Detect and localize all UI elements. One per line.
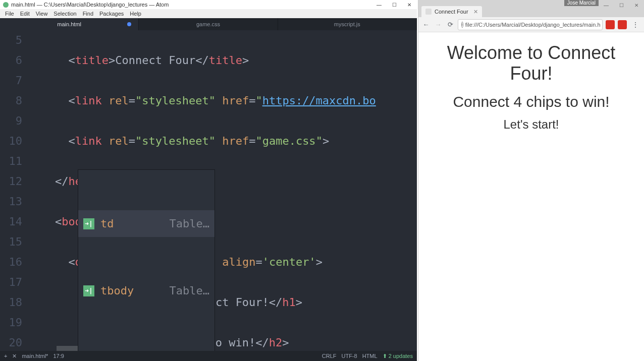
autocomplete-item-thead[interactable]: ➜| thead Table…: [78, 344, 214, 351]
chrome-menu-icon[interactable]: ⋮: [630, 21, 641, 29]
extension-icon[interactable]: [618, 20, 627, 29]
chrome-minimize-button[interactable]: —: [599, 0, 614, 10]
atom-tab-bar: main.html game.css myscript.js: [0, 18, 417, 30]
tab-label: main.html: [57, 21, 81, 27]
chrome-toolbar: ← → ⟳ i file:///C:/Users/Marcial/Desktop…: [418, 17, 644, 32]
line-number: 14: [0, 212, 22, 232]
href-link[interactable]: https://maxcdn.bo: [262, 94, 376, 107]
line-number: 13: [0, 192, 22, 212]
page-h2: Connect 4 chips to win!: [425, 93, 637, 110]
status-eol[interactable]: CRLF: [322, 353, 337, 359]
line-number: 20: [0, 333, 22, 351]
ac-name: td: [100, 214, 146, 234]
gutter: 5 6 7 8 9 10 11 12 13 14 15 16 17 18 19 …: [0, 30, 28, 351]
minimize-button[interactable]: —: [371, 0, 387, 9]
tab-label: myscript.js: [334, 21, 360, 27]
menu-packages[interactable]: Packages: [96, 11, 127, 17]
href-val: game.css: [262, 135, 316, 147]
forward-button[interactable]: →: [434, 20, 443, 29]
reload-button[interactable]: ⟳: [446, 20, 455, 29]
atom-logo-icon: [3, 2, 9, 8]
ac-hint: Table…: [170, 348, 209, 351]
atom-editor[interactable]: 5 6 7 8 9 10 11 12 13 14 15 16 17 18 19 …: [0, 30, 417, 351]
ac-hint: Table…: [170, 281, 209, 301]
line-number: 11: [0, 151, 22, 171]
maximize-button[interactable]: ☐: [387, 0, 402, 9]
atom-status-bar: + ✕ main.html* 17:9 CRLF UTF-8 HTML ⬆ 2 …: [0, 351, 417, 361]
chrome-close-button[interactable]: ✕: [629, 0, 644, 10]
modified-dot-icon: [127, 22, 131, 26]
menu-view[interactable]: View: [33, 11, 51, 17]
chrome-user-badge[interactable]: Jose Marcial: [564, 0, 599, 6]
updates-text: 2 updates: [389, 353, 413, 359]
page-h1: Welcome to Connect Four!: [425, 42, 637, 84]
chrome-tab-close-icon[interactable]: ✕: [473, 9, 478, 15]
line-number: 19: [0, 313, 22, 333]
snippet-icon: ➜|: [83, 285, 94, 296]
status-encoding[interactable]: UTF-8: [341, 353, 357, 359]
menu-selection[interactable]: Selection: [50, 11, 79, 17]
tab-label: game.css: [196, 21, 220, 27]
line-number: 18: [0, 292, 22, 313]
line-number: 16: [0, 252, 22, 272]
chrome-tab[interactable]: Connect Four ✕: [421, 6, 482, 17]
title-text: Connect Four: [115, 54, 195, 67]
atom-window: main.html — C:\Users\Marcial\Desktop\dja…: [0, 0, 417, 361]
chrome-maximize-button[interactable]: ☐: [614, 0, 629, 10]
extension-icon[interactable]: [606, 20, 615, 29]
menu-find[interactable]: Find: [80, 11, 96, 17]
autocomplete-item-tbody[interactable]: ➜| tbody Table…: [78, 277, 214, 304]
atom-menubar: File Edit View Selection Find Packages H…: [0, 9, 417, 18]
chrome-viewport: Welcome to Connect Four! Connect 4 chips…: [418, 32, 644, 361]
line-number: 10: [0, 131, 22, 151]
line-number: 15: [0, 232, 22, 252]
chrome-frame: Jose Marcial — ☐ ✕: [418, 0, 644, 5]
line-number: 8: [0, 91, 22, 111]
url-text: file:///C:/Users/Marcial/Desktop/django_…: [465, 22, 601, 28]
rel-val: stylesheet: [142, 94, 208, 107]
page-h3: Let's start!: [425, 117, 637, 132]
status-language[interactable]: HTML: [362, 353, 378, 359]
chrome-window: Jose Marcial — ☐ ✕ Connect Four ✕ ← → ⟳ …: [418, 0, 644, 361]
line-number: 9: [0, 111, 22, 131]
chrome-tab-title: Connect Four: [435, 9, 468, 15]
tab-game-css[interactable]: game.css: [139, 18, 278, 30]
rel-val: stylesheet: [142, 135, 208, 147]
atom-titlebar: main.html — C:\Users\Marcial\Desktop\dja…: [0, 0, 417, 9]
ac-hint: Table…: [170, 214, 209, 234]
menu-edit[interactable]: Edit: [17, 11, 33, 17]
menu-file[interactable]: File: [2, 11, 17, 17]
status-close-icon[interactable]: ✕: [12, 353, 17, 359]
status-file[interactable]: main.html*: [22, 353, 48, 359]
close-button[interactable]: ✕: [402, 0, 417, 9]
status-plus-icon[interactable]: +: [4, 353, 7, 359]
line-number: 6: [0, 50, 22, 71]
tab-myscript-js[interactable]: myscript.js: [278, 18, 417, 30]
omnibox[interactable]: i file:///C:/Users/Marcial/Desktop/djang…: [458, 19, 603, 30]
ac-name: thead: [100, 348, 146, 351]
favicon-icon: [425, 9, 432, 15]
ac-name: tbody: [100, 281, 146, 301]
snippet-icon: ➜|: [83, 218, 94, 229]
status-cursor-pos[interactable]: 17:9: [53, 353, 64, 359]
line-number: 7: [0, 71, 22, 91]
line-number: 12: [0, 171, 22, 192]
atom-title: main.html — C:\Users\Marcial\Desktop\dja…: [11, 2, 169, 8]
site-info-icon[interactable]: i: [461, 22, 463, 28]
tab-main-html[interactable]: main.html: [0, 18, 139, 30]
back-button[interactable]: ←: [421, 20, 431, 29]
status-updates[interactable]: ⬆ 2 updates: [383, 353, 413, 359]
line-number: 5: [0, 30, 22, 50]
line-number: 17: [0, 272, 22, 292]
code-area[interactable]: <title>Connect Four</title> <link rel="s…: [28, 30, 417, 351]
autocomplete-item-td[interactable]: ➜| td Table…: [78, 210, 214, 237]
autocomplete-popup: ➜| td Table… ➜| tbody Table… ➜| thead Ta…: [78, 169, 215, 351]
menu-help[interactable]: Help: [127, 11, 144, 17]
